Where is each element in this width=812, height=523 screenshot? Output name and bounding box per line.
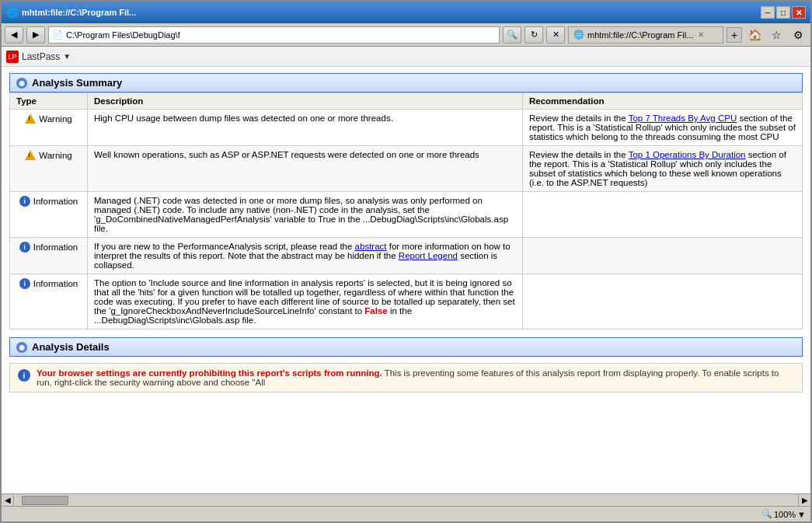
section-collapse-icon[interactable]: ◉ <box>16 78 27 89</box>
desc-prefix-4: If you are new to the PerformanceAnalysi… <box>94 242 355 251</box>
tab-close-button[interactable]: ✕ <box>698 30 704 39</box>
horizontal-scrollbar[interactable]: ◀ ▶ <box>2 493 810 506</box>
main-window: 🌐 mhtml:file://C:\Program Fil... ─ □ ✕ ◀… <box>0 0 812 523</box>
scroll-container[interactable]: ◉ Analysis Summary Type Description Reco… <box>2 67 810 493</box>
tab-area[interactable]: 🌐 mhtml:file://C:\Program Fil... ✕ <box>568 26 723 44</box>
warning-label-1: Warning <box>39 114 71 124</box>
desc-prefix-5: The option to 'Include source and line i… <box>94 278 515 316</box>
rec-cell-4 <box>523 238 803 274</box>
table-row: i Information The option to 'Include sou… <box>10 274 803 329</box>
rec-prefix-2: Review the details in the <box>529 150 629 159</box>
type-cell-warning2: Warning <box>10 146 88 192</box>
col-type: Type <box>10 93 88 110</box>
forward-button[interactable]: ▶ <box>26 26 45 44</box>
info-icon-3-container: i Information <box>19 278 78 289</box>
lastpass-row: LP LastPass ▼ <box>2 47 810 67</box>
type-cell-info3: i Information <box>10 274 88 329</box>
analysis-summary-section: ◉ Analysis Summary Type Description Reco… <box>9 73 803 329</box>
top1-operations-link[interactable]: Top 1 Operations By Duration <box>629 150 746 159</box>
home-button[interactable]: 🏠 <box>745 26 764 44</box>
h-scroll-right-btn[interactable]: ▶ <box>798 494 810 506</box>
rec-cell-1: Review the details in the Top 7 Threads … <box>523 110 803 146</box>
table-header-row: Type Description Recommendation <box>10 93 803 110</box>
desc-text-1: High CPU usage between dump files was de… <box>94 113 393 123</box>
main-content: ◉ Analysis Summary Type Description Reco… <box>2 67 810 506</box>
rec-cell-2: Review the details in the Top 1 Operatio… <box>523 146 803 192</box>
close-button[interactable]: ✕ <box>792 6 806 19</box>
toolbar-row: ◀ ▶ 📄 C:\Program Files\DebugDiag\f 🔍 ↻ ✕… <box>2 23 810 47</box>
title-bar-title: mhtml:file://C:\Program Fil... <box>22 8 136 17</box>
warning-triangle-1 <box>25 113 36 124</box>
table-row: Warning Well known operations, such as A… <box>10 146 803 192</box>
info-icon-2-container: i Information <box>19 242 78 253</box>
address-url: C:\Program Files\DebugDiag\f <box>66 30 180 40</box>
h-scroll-left-btn[interactable]: ◀ <box>2 494 14 506</box>
settings-button[interactable]: ⚙ <box>789 26 807 44</box>
desc-cell-3: Managed (.NET) code was detected in one … <box>88 192 523 238</box>
warning-icon-1: Warning <box>25 113 71 124</box>
title-bar-controls: ─ □ ✕ <box>761 6 806 19</box>
warning-triangle-2 <box>25 150 36 160</box>
title-bar-left: 🌐 mhtml:file://C:\Program Fil... <box>6 7 136 19</box>
desc-text-3: Managed (.NET) code was detected in one … <box>94 196 508 233</box>
abstract-link[interactable]: abstract <box>355 242 387 251</box>
top7-threads-link[interactable]: Top 7 Threads By Avg CPU <box>629 113 737 123</box>
analysis-details-title: Analysis Details <box>32 341 110 353</box>
zoom-control[interactable]: 🔍 100% ▼ <box>761 509 806 519</box>
refresh-button[interactable]: ↻ <box>524 26 543 44</box>
zoom-value: 100% <box>774 510 796 519</box>
info-label-1: Information <box>33 197 78 206</box>
desc-cell-5: The option to 'Include source and line i… <box>88 274 523 329</box>
analysis-table: Type Description Recommendation Warning <box>9 92 803 329</box>
stop-button[interactable]: ✕ <box>546 26 565 44</box>
desc-cell-1: High CPU usage between dump files was de… <box>88 110 523 146</box>
info-banner: i Your browser settings are currently pr… <box>9 363 803 392</box>
table-row: i Information Managed (.NET) code was de… <box>10 192 803 238</box>
h-scroll-thumb[interactable] <box>22 496 68 505</box>
table-row: Warning High CPU usage between dump file… <box>10 110 803 146</box>
info-label-3: Information <box>33 279 78 288</box>
desc-cell-4: If you are new to the PerformanceAnalysi… <box>88 238 523 274</box>
rec-cell-5 <box>523 274 803 329</box>
report-legend-link[interactable]: Report Legend <box>399 251 458 260</box>
minimize-button[interactable]: ─ <box>761 6 775 19</box>
zoom-dropdown-arrow[interactable]: ▼ <box>797 510 806 519</box>
analysis-summary-header: ◉ Analysis Summary <box>9 73 803 92</box>
favorites-button[interactable]: ☆ <box>767 26 786 44</box>
rec-cell-3 <box>523 192 803 238</box>
info-icon-2: i <box>19 242 30 253</box>
analysis-details-header: ◉ Analysis Details <box>9 337 803 357</box>
desc-cell-2: Well known operations, such as ASP or AS… <box>88 146 523 192</box>
info-banner-bold: Your browser settings are currently proh… <box>37 368 382 378</box>
info-icon-1-container: i Information <box>19 196 78 207</box>
back-button[interactable]: ◀ <box>5 26 23 44</box>
tab-favicon: 🌐 <box>573 30 584 40</box>
desc-text-2: Well known operations, such as ASP or AS… <box>94 150 479 159</box>
warning-icon-2: Warning <box>25 150 71 160</box>
info-label-2: Information <box>33 242 78 252</box>
tab-label: mhtml:file://C:\Program Fil... <box>587 30 693 40</box>
status-bar: 🔍 100% ▼ <box>2 506 810 521</box>
col-recommendation: Recommendation <box>523 93 803 110</box>
new-tab-button[interactable]: + <box>727 27 742 43</box>
info-icon-3: i <box>19 278 30 289</box>
false-highlight: False <box>364 306 387 316</box>
lastpass-label: LastPass <box>22 51 60 62</box>
type-cell-info2: i Information <box>10 238 88 274</box>
analysis-summary-title: Analysis Summary <box>32 77 122 89</box>
h-scroll-track <box>14 494 798 506</box>
lastpass-dropdown-arrow[interactable]: ▼ <box>63 52 71 61</box>
info-banner-text: Your browser settings are currently proh… <box>37 368 794 387</box>
title-bar: 🌐 mhtml:file://C:\Program Fil... ─ □ ✕ <box>2 2 810 23</box>
analysis-details-section: ◉ Analysis Details i Your browser settin… <box>9 337 803 392</box>
search-button[interactable]: 🔍 <box>503 26 521 44</box>
zoom-icon: 🔍 <box>761 509 772 519</box>
address-bar[interactable]: 📄 C:\Program Files\DebugDiag\f <box>48 26 500 44</box>
info-banner-icon: i <box>18 369 30 382</box>
browser-icon: 🌐 <box>6 7 19 19</box>
maximize-button[interactable]: □ <box>776 6 790 19</box>
details-section-icon[interactable]: ◉ <box>16 342 27 353</box>
rec-prefix-1: Review the details in the <box>529 113 629 123</box>
address-favicon: 📄 <box>52 30 63 40</box>
lastpass-icon: LP <box>6 51 19 63</box>
